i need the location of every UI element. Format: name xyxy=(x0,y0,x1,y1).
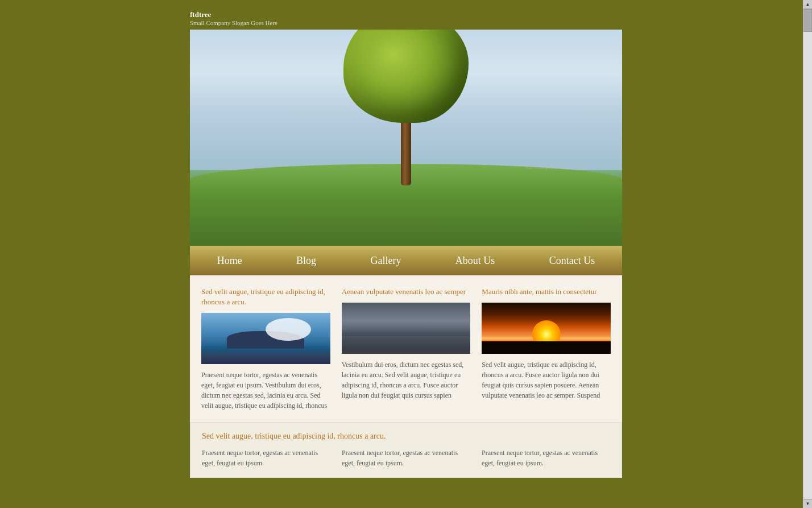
scrollbar-thumb[interactable] xyxy=(803,9,812,32)
bottom-col-1: Praesent neque tortor, egestas ac venena… xyxy=(202,448,330,468)
bottom-three-col: Praesent neque tortor, egestas ac venena… xyxy=(202,448,610,468)
column-1: Sed velit augue, tristique eu adipiscing… xyxy=(201,287,330,411)
nav-about[interactable]: About Us xyxy=(444,247,507,275)
scrollbar-arrow-up[interactable]: ▲ xyxy=(803,0,812,9)
nav-contact[interactable]: Contact Us xyxy=(538,247,607,275)
site-slogan: Small Company Slogan Goes Here xyxy=(190,19,622,26)
three-column-section: Sed velit augue, tristique eu adipiscing… xyxy=(201,287,611,411)
tree-canopy xyxy=(343,30,469,123)
main-content: Sed velit augue, tristique eu adipiscing… xyxy=(190,275,622,478)
col-1-text: Praesent neque tortor, egestas ac venena… xyxy=(201,370,330,411)
col-3-title: Mauris nibh ante, mattis in consectetur xyxy=(482,287,611,297)
col-1-image xyxy=(201,313,330,364)
nav-blog[interactable]: Blog xyxy=(285,247,328,275)
col-3-text: Sed velit augue, tristique eu adipiscing… xyxy=(482,360,611,400)
site-title: ftdtree xyxy=(190,10,622,19)
bottom-col-2: Praesent neque tortor, egestas ac venena… xyxy=(342,448,470,468)
bottom-section: Sed velit augue, tristique eu adipiscing… xyxy=(190,422,622,478)
watermark: www.thepchanwebsite.com xyxy=(525,164,587,170)
scrollbar[interactable]: ▲ ▼ xyxy=(803,0,812,478)
column-3: Mauris nibh ante, mattis in consectetur … xyxy=(482,287,611,411)
col-2-text: Vestibulum dui eros, dictum nec egestas … xyxy=(342,360,471,400)
column-2: Aenean vulputate venenatis leo ac semper… xyxy=(342,287,471,411)
nav-home[interactable]: Home xyxy=(206,247,254,275)
site-header: ftdtree Small Company Slogan Goes Here xyxy=(190,6,622,30)
col-2-image xyxy=(342,303,471,354)
col-2-title: Aenean vulputate venenatis leo ac semper xyxy=(342,287,471,297)
navigation: Home Blog Gallery About Us Contact Us xyxy=(190,246,622,275)
bottom-section-title: Sed velit augue, tristique eu adipiscing… xyxy=(202,432,610,441)
bottom-col-3: Praesent neque tortor, egestas ac venena… xyxy=(482,448,610,468)
col-1-title: Sed velit augue, tristique eu adipiscing… xyxy=(201,287,330,307)
nav-gallery[interactable]: Gallery xyxy=(359,247,412,275)
page-wrapper: ftdtree Small Company Slogan Goes Here w… xyxy=(190,0,622,478)
tree-trunk xyxy=(401,117,411,185)
col-3-image xyxy=(482,303,611,354)
hero-image: www.thepchanwebsite.com xyxy=(190,30,622,246)
tree xyxy=(343,30,469,185)
